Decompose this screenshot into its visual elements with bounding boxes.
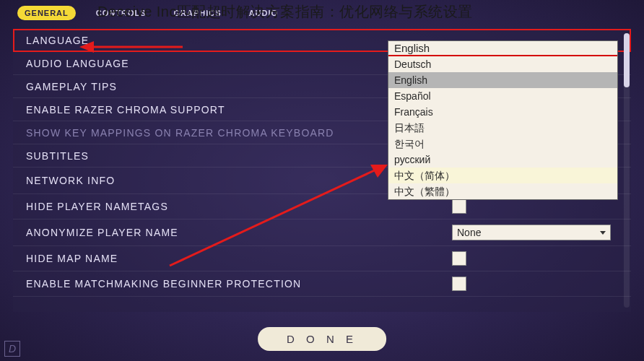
settings-row: HIDE MAP NAME — [13, 246, 631, 271]
settings-row-label: HIDE PLAYER NAMETAGS — [26, 201, 168, 212]
language-option[interactable]: Español — [388, 88, 617, 104]
settings-row-label: ANONYMIZE PLAYER NAME — [26, 227, 178, 238]
scrollbar[interactable] — [624, 33, 630, 308]
done-button[interactable]: D O N E — [258, 327, 386, 351]
settings-row-label: AUDIO LANGUAGE — [26, 58, 129, 69]
language-dropdown[interactable]: English DeutschEnglishEspañolFrançais日本語… — [388, 40, 618, 200]
checkbox-hide-player-nametags[interactable] — [452, 199, 466, 214]
settings-row-label: SUBTITLES — [26, 150, 89, 162]
settings-row-control — [452, 277, 618, 291]
settings-row-label: HIDE MAP NAME — [26, 253, 118, 264]
settings-row-label: ENABLE MATCHMAKING BEGINNER PROTECTION — [26, 278, 301, 290]
language-option[interactable]: Deutsch — [388, 56, 617, 72]
settings-row: ANONYMIZE PLAYER NAMENone — [13, 219, 631, 246]
language-option[interactable]: русский — [388, 152, 617, 168]
settings-row: ENABLE MATCHMAKING BEGINNER PROTECTION — [13, 271, 631, 297]
language-option[interactable]: 한국어 — [388, 136, 617, 152]
language-option[interactable]: 日本語 — [388, 120, 617, 136]
settings-row-label: GAMEPLAY TIPS — [26, 81, 117, 92]
settings-row-control — [452, 251, 618, 266]
corner-logo-icon: D — [4, 341, 20, 357]
checkbox-enable-matchmaking-beginner-protection[interactable] — [452, 277, 466, 291]
scrollbar-thumb[interactable] — [624, 33, 630, 87]
language-dropdown-current[interactable]: English — [388, 41, 617, 56]
language-option[interactable]: 中文（繁體） — [388, 183, 617, 199]
language-option[interactable]: 中文（简体） — [388, 168, 617, 183]
settings-row-label: SHOW KEY MAPPINGS ON RAZER CHROMA KEYBOA… — [26, 127, 334, 139]
settings-row-label: LANGUAGE — [26, 35, 89, 46]
settings-row-control: None — [452, 225, 618, 240]
select-anonymize-player-name[interactable]: None — [452, 225, 611, 240]
settings-row-control — [452, 199, 618, 214]
overlay-title: Deceive Inc匹配超时解决方案指南：优化网络与系统设置 — [97, 2, 473, 22]
checkbox-hide-map-name[interactable] — [452, 251, 466, 266]
language-option[interactable]: Français — [388, 104, 617, 120]
settings-row-label: NETWORK INFO — [26, 175, 115, 186]
settings-row-label: ENABLE RAZER CHROMA SUPPORT — [26, 104, 225, 116]
tab-general[interactable]: GENERAL — [17, 6, 76, 20]
language-option[interactable]: English — [388, 72, 617, 88]
chevron-down-icon — [600, 231, 606, 235]
select-value: None — [457, 227, 481, 238]
